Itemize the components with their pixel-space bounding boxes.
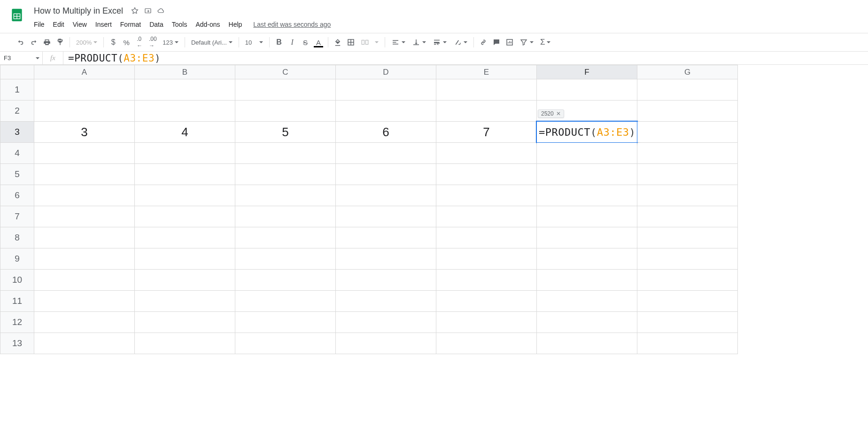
cell-C8[interactable] [235, 227, 336, 248]
row-header-7[interactable]: 7 [0, 206, 34, 227]
cell-B7[interactable] [135, 206, 235, 227]
select-all-corner[interactable] [0, 65, 34, 79]
cell-G2[interactable] [637, 101, 738, 122]
paint-format-icon[interactable] [54, 36, 66, 48]
cell-B4[interactable] [135, 143, 235, 164]
cell-E13[interactable] [436, 333, 537, 354]
cell-F12[interactable] [537, 312, 637, 333]
cell-C6[interactable] [235, 185, 336, 206]
cell-A6[interactable] [34, 185, 135, 206]
cell-A8[interactable] [34, 227, 135, 248]
horizontal-align-dropdown[interactable] [388, 36, 408, 48]
cell-E2[interactable] [436, 101, 537, 122]
insert-chart-icon[interactable] [504, 36, 516, 48]
cell-G3[interactable] [637, 122, 738, 143]
cell-C12[interactable] [235, 312, 336, 333]
cell-F1[interactable] [537, 79, 637, 101]
cell-A13[interactable] [34, 333, 135, 354]
cell-B1[interactable] [135, 79, 235, 101]
cell-D10[interactable] [336, 270, 436, 291]
cell-C1[interactable] [235, 79, 336, 101]
print-icon[interactable] [41, 36, 53, 48]
italic-icon[interactable]: I [286, 36, 298, 48]
row-header-8[interactable]: 8 [0, 227, 34, 248]
cell-B2[interactable] [135, 101, 235, 122]
cell-E4[interactable] [436, 143, 537, 164]
cell-D9[interactable] [336, 248, 436, 270]
menu-help[interactable]: Help [225, 19, 246, 30]
cell-F11[interactable] [537, 291, 637, 312]
row-header-10[interactable]: 10 [0, 270, 34, 291]
text-rotation-dropdown[interactable] [450, 36, 470, 48]
cell-G13[interactable] [637, 333, 738, 354]
row-header-12[interactable]: 12 [0, 312, 34, 333]
cell-D3[interactable]: 6 [336, 122, 436, 143]
last-edit-link[interactable]: Last edit was seconds ago [253, 21, 331, 28]
cell-F3[interactable]: 2520 ✕ =PRODUCT(A3:E3) [537, 122, 637, 143]
cell-B6[interactable] [135, 185, 235, 206]
cell-B8[interactable] [135, 227, 235, 248]
cell-E9[interactable] [436, 248, 537, 270]
cell-C13[interactable] [235, 333, 336, 354]
cell-F13[interactable] [537, 333, 637, 354]
col-header-F[interactable]: F [537, 65, 637, 79]
cell-A4[interactable] [34, 143, 135, 164]
cell-D2[interactable] [336, 101, 436, 122]
cell-C4[interactable] [235, 143, 336, 164]
more-formats-dropdown[interactable]: 123 [160, 36, 181, 48]
zoom-dropdown[interactable]: 200% [73, 36, 100, 48]
percent-icon[interactable]: % [120, 36, 132, 48]
col-header-D[interactable]: D [336, 65, 436, 79]
col-header-E[interactable]: E [436, 65, 537, 79]
menu-insert[interactable]: Insert [92, 19, 116, 30]
row-header-1[interactable]: 1 [0, 79, 34, 101]
strikethrough-icon[interactable]: S [299, 36, 311, 48]
cell-G8[interactable] [637, 227, 738, 248]
cell-F10[interactable] [537, 270, 637, 291]
cell-A5[interactable] [34, 164, 135, 185]
row-header-11[interactable]: 11 [0, 291, 34, 312]
menu-data[interactable]: Data [146, 19, 167, 30]
cell-G9[interactable] [637, 248, 738, 270]
cell-E11[interactable] [436, 291, 537, 312]
cell-B3[interactable]: 4 [135, 122, 235, 143]
undo-icon[interactable] [15, 36, 27, 48]
decrease-decimal-icon[interactable]: .0← [133, 36, 146, 48]
col-header-A[interactable]: A [34, 65, 135, 79]
cell-E1[interactable] [436, 79, 537, 101]
cell-E3[interactable]: 7 [436, 122, 537, 143]
cell-D13[interactable] [336, 333, 436, 354]
cell-F5[interactable] [537, 164, 637, 185]
cell-A3[interactable]: 3 [34, 122, 135, 143]
cell-F7[interactable] [537, 206, 637, 227]
menu-edit[interactable]: Edit [49, 19, 68, 30]
font-size-dropdown[interactable]: 10 [242, 36, 266, 48]
cell-A10[interactable] [34, 270, 135, 291]
insert-link-icon[interactable] [477, 36, 489, 48]
col-header-C[interactable]: C [235, 65, 336, 79]
cell-C11[interactable] [235, 291, 336, 312]
cell-A9[interactable] [34, 248, 135, 270]
cell-C5[interactable] [235, 164, 336, 185]
cell-E8[interactable] [436, 227, 537, 248]
cell-C10[interactable] [235, 270, 336, 291]
cell-C7[interactable] [235, 206, 336, 227]
cell-B5[interactable] [135, 164, 235, 185]
menu-addons[interactable]: Add-ons [192, 19, 224, 30]
cell-G11[interactable] [637, 291, 738, 312]
cell-E10[interactable] [436, 270, 537, 291]
redo-icon[interactable] [28, 36, 40, 48]
col-header-B[interactable]: B [135, 65, 235, 79]
cell-D5[interactable] [336, 164, 436, 185]
vertical-align-dropdown[interactable] [409, 36, 429, 48]
close-icon[interactable]: ✕ [556, 110, 561, 117]
cell-C3[interactable]: 5 [235, 122, 336, 143]
cell-D12[interactable] [336, 312, 436, 333]
cell-C2[interactable] [235, 101, 336, 122]
cell-A2[interactable] [34, 101, 135, 122]
sheets-logo[interactable] [8, 6, 26, 24]
currency-icon[interactable]: $ [107, 36, 119, 48]
cell-F8[interactable] [537, 227, 637, 248]
filter-dropdown[interactable] [517, 36, 536, 48]
menu-format[interactable]: Format [116, 19, 145, 30]
